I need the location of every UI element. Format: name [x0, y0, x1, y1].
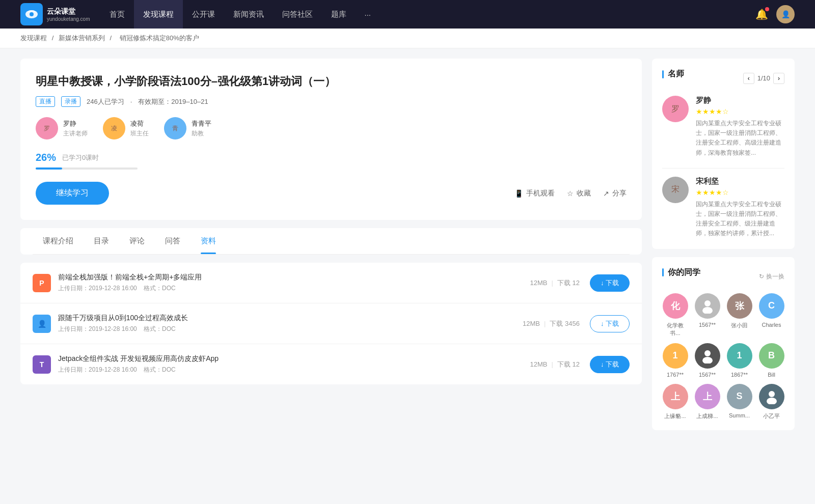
- teachers-title: 名师: [662, 69, 684, 79]
- nav-discover[interactable]: 发现课程: [134, 0, 183, 29]
- continue-learning-button[interactable]: 继续学习: [36, 182, 109, 205]
- logo[interactable]: 云朵课堂 yundouketang.com: [20, 3, 90, 25]
- progress-bar-bg: [36, 167, 138, 170]
- classmate-2-name: 张小田: [731, 322, 748, 329]
- classmate-7-avatar: B: [759, 343, 784, 369]
- separator-dot: ·: [130, 98, 132, 105]
- classmate-11-avatar: [759, 384, 784, 409]
- svg-point-5: [702, 357, 713, 363]
- file-item-2: T Jetpack全组件实战 开发短视频应用高仿皮皮虾App 上传日期：2019…: [20, 344, 642, 384]
- nav-qa[interactable]: 问答社区: [273, 0, 322, 29]
- classmates-title: 你的同学: [662, 267, 700, 278]
- classmate-10-avatar: S: [727, 384, 752, 409]
- classmate-4-name: 1767**: [667, 372, 684, 378]
- bell-icon[interactable]: 🔔: [755, 8, 768, 20]
- star-icon: ☆: [567, 189, 574, 198]
- course-header-card: 明星中教授课，小学阶段语法100分–强化级第1讲动词（一） 直播 录播 246人…: [20, 59, 642, 220]
- nav-open[interactable]: 公开课: [183, 0, 224, 29]
- sidebar-teacher-1-stars: ★★★★☆: [696, 188, 784, 197]
- download-button-0[interactable]: ↓ 下载: [590, 274, 630, 292]
- favorite-button[interactable]: ☆ 收藏: [567, 189, 591, 198]
- classmate-4-avatar: 1: [663, 343, 688, 369]
- nav-news[interactable]: 新闻资讯: [224, 0, 273, 29]
- share-icon: ↗: [603, 189, 609, 198]
- classmate-8-avatar: 上: [663, 384, 688, 409]
- classmate-2: 张 张小田: [726, 293, 752, 337]
- sidebar-teacher-0: 罗 罗静 ★★★★☆ 国内某重点大学安全工程专业硕士，国家一级注册消防工程师、注…: [662, 96, 784, 158]
- file-meta-1: 上传日期：2019-12-28 16:00 格式：DOC: [58, 325, 523, 333]
- course-actions: 继续学习 📱 手机观看 ☆ 收藏 ↗ 分享: [36, 182, 627, 205]
- share-button[interactable]: ↗ 分享: [603, 189, 627, 198]
- teachers-list: 罗 罗静 主讲老师 凌 凌荷 班主任 青 青青平: [36, 117, 627, 139]
- progress-section: 26% 已学习0课时: [36, 152, 627, 170]
- teachers-card: 名师 ‹ 1/10 › 罗 罗静 ★★★★☆ 国内某重点大学安全工程专业硕士，国…: [652, 59, 795, 249]
- teacher-0: 罗 罗静 主讲老师: [36, 117, 88, 139]
- tab-catalog[interactable]: 目录: [84, 228, 119, 254]
- teachers-header: 名师 ‹ 1/10 ›: [662, 69, 784, 88]
- file-item-0: P 前端全栈加强版！前端全栈+全周期+多端应用 上传日期：2019-12-28 …: [20, 263, 642, 303]
- download-button-2[interactable]: ↓ 下载: [590, 356, 630, 373]
- sidebar-teacher-1: 宋 宋利坚 ★★★★☆ 国内某重点大学安全工程专业硕士，国家一级注册消防工程师、…: [662, 177, 784, 239]
- nav-exam[interactable]: 题库: [322, 0, 356, 29]
- mobile-watch-button[interactable]: 📱 手机观看: [514, 189, 555, 198]
- user-avatar[interactable]: 👤: [776, 5, 795, 23]
- bell-notification-dot: [765, 7, 769, 11]
- classmate-5-name: 1567**: [699, 372, 716, 378]
- valid-until: 有效期至：2019–10–21: [138, 97, 208, 106]
- tab-review[interactable]: 评论: [119, 228, 155, 254]
- teachers-page: 1/10: [757, 74, 770, 82]
- file-size-0: 12MB | 下载 12: [530, 278, 579, 288]
- refresh-classmates-button[interactable]: ↻ 换一换: [759, 272, 784, 281]
- file-size-2: 12MB | 下载 12: [530, 360, 579, 369]
- sidebar-teacher-0-stars: ★★★★☆: [696, 107, 784, 116]
- classmate-6-name: 1867**: [731, 372, 748, 378]
- classmate-3: C Charles: [758, 293, 784, 337]
- tab-materials[interactable]: 资料: [191, 228, 226, 254]
- teacher-separator: [662, 168, 784, 169]
- classmates-header: 你的同学 ↻ 换一换: [662, 267, 784, 286]
- file-icon-1: 👤: [33, 315, 51, 333]
- classmate-10: S Summ...: [726, 384, 752, 420]
- sidebar: 名师 ‹ 1/10 › 罗 罗静 ★★★★☆ 国内某重点大学安全工程专业硕士，国…: [652, 59, 795, 438]
- breadcrumb: 发现课程 / 新媒体营销系列 / 销冠修炼术搞定80%的客户: [0, 29, 815, 48]
- download-button-1[interactable]: ↓ 下载: [590, 315, 630, 332]
- classmate-0-avatar: 化: [663, 293, 688, 319]
- teacher-1-name: 凌荷: [130, 119, 149, 128]
- tabs-card: 课程介绍 目录 评论 问答 资料: [20, 228, 642, 255]
- file-icon-0: P: [33, 274, 51, 292]
- sidebar-teacher-0-desc: 国内某重点大学安全工程专业硕士，国家一级注册消防工程师、注册安全工程师、高级注册…: [696, 119, 784, 158]
- nav-more[interactable]: ···: [356, 0, 381, 29]
- classmate-5: 1567**: [694, 343, 720, 378]
- tab-intro[interactable]: 课程介绍: [33, 228, 84, 254]
- classmate-11-name: 小乙平: [763, 412, 780, 420]
- logo-sub: yundouketang.com: [47, 16, 90, 22]
- teacher-1: 凌 凌荷 班主任: [103, 117, 149, 139]
- classmate-10-name: Summ...: [729, 412, 750, 418]
- classmate-3-avatar: C: [759, 293, 784, 319]
- breadcrumb-series[interactable]: 新媒体营销系列: [59, 34, 105, 42]
- nav-home[interactable]: 首页: [100, 0, 134, 29]
- classmate-1-name: 1567**: [699, 322, 716, 328]
- nav-right: 🔔 👤: [755, 5, 795, 23]
- tab-qa[interactable]: 问答: [155, 228, 191, 254]
- svg-point-2: [704, 300, 711, 306]
- breadcrumb-current: 销冠修炼术搞定80%的客户: [120, 34, 199, 42]
- tabs: 课程介绍 目录 评论 问答 资料: [33, 228, 630, 255]
- teacher-2-role: 助教: [192, 129, 211, 138]
- teacher-2-name: 青青平: [192, 119, 211, 128]
- teacher-2: 青 青青平 助教: [164, 117, 211, 139]
- classmate-8-name: 上缘貉...: [664, 412, 686, 420]
- teacher-1-avatar: 凌: [103, 117, 125, 139]
- classmate-0-name: 化学教书...: [662, 322, 688, 337]
- classmate-1-avatar: [695, 293, 720, 319]
- classmate-6: 1 1867**: [726, 343, 752, 378]
- svg-point-7: [767, 398, 777, 404]
- teacher-0-name: 罗静: [63, 119, 88, 128]
- classmate-2-avatar: 张: [727, 293, 752, 319]
- course-meta: 直播 录播 246人已学习 · 有效期至：2019–10–21: [36, 96, 627, 107]
- teachers-next-button[interactable]: ›: [773, 73, 784, 84]
- breadcrumb-discover[interactable]: 发现课程: [20, 34, 47, 42]
- sidebar-teacher-1-name: 宋利坚: [696, 177, 784, 186]
- teachers-prev-button[interactable]: ‹: [743, 73, 754, 84]
- course-title: 明星中教授课，小学阶段语法100分–强化级第1讲动词（一）: [36, 74, 627, 89]
